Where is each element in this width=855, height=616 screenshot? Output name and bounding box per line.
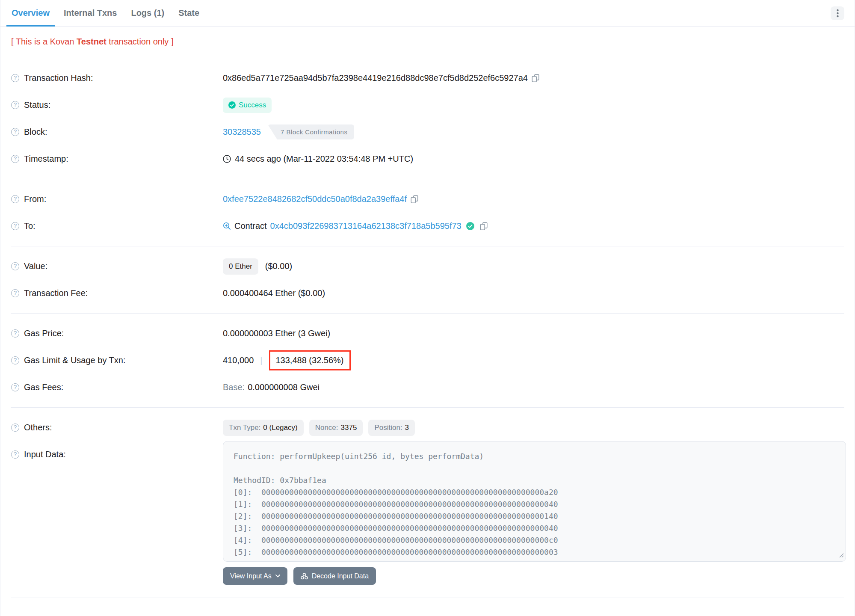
help-icon[interactable]: ? <box>11 222 19 230</box>
input-data-textarea[interactable]: Function: performUpkeep(uint256 id, byte… <box>223 441 846 562</box>
warning-bold: Testnet <box>77 37 107 46</box>
decode-input-data-button[interactable]: Decode Input Data <box>293 567 376 585</box>
testnet-warning: [ This is a Kovan Testnet transaction on… <box>0 27 855 58</box>
group-gas: ? Gas Price: 0.000000003 Ether (3 Gwei) … <box>0 314 855 407</box>
input-data-label: Input Data: <box>24 450 66 459</box>
gas-price-label: Gas Price: <box>24 329 64 338</box>
usd-value: ($0.00) <box>265 261 292 271</box>
highlight-box: 133,488 (32.56%) <box>269 350 351 370</box>
input-function-line: Function: performUpkeep(uint256 id, byte… <box>234 450 835 462</box>
verified-check-icon <box>466 222 474 230</box>
copy-icon[interactable] <box>480 222 488 231</box>
block-confirmations-badge: 7 Block Confirmations <box>268 124 354 139</box>
status-badge: Success <box>223 98 272 113</box>
from-address-link[interactable]: 0xfee7522e8482682cf50ddc50a0f8da2a39effa… <box>223 194 407 204</box>
help-icon[interactable]: ? <box>11 424 19 432</box>
row-value: ? Value: 0 Ether ($0.00) <box>11 253 844 280</box>
position-key: Position: <box>374 424 402 432</box>
row-to: ? To: Contract 0x4cb093f226983713164a621… <box>11 213 844 240</box>
timestamp-value: 44 secs ago (Mar-11-2022 03:54:48 PM +UT… <box>235 154 413 164</box>
transaction-hash-value: 0x86ed5a771e725aa94d5b7fa2398e4419e216d8… <box>223 73 528 83</box>
gas-usage-value: 133,488 (32.56%) <box>276 355 344 365</box>
to-address-link[interactable]: 0x4cb093f226983713164a62138c3f718a5b595f… <box>270 221 462 231</box>
view-input-as-button[interactable]: View Input As <box>223 567 287 585</box>
help-icon[interactable]: ? <box>11 195 19 203</box>
value-label: Value: <box>24 261 47 271</box>
copy-icon[interactable] <box>532 74 539 83</box>
gas-price-value: 0.000000003 Ether (3 Gwei) <box>223 329 330 338</box>
timestamp-label: Timestamp: <box>24 154 68 164</box>
input-param-line: [1]: 00000000000000000000000000000000000… <box>234 498 835 510</box>
row-input-data: ? Input Data: Function: performUpkeep(ui… <box>11 441 844 585</box>
warning-prefix: [ This is a Kovan <box>11 37 77 46</box>
tab-state[interactable]: State <box>173 0 204 26</box>
input-methodid-line: MethodID: 0x7bbaf1ea <box>234 474 835 486</box>
decode-label: Decode Input Data <box>312 572 369 580</box>
decode-icon <box>301 573 308 580</box>
row-transaction-hash: ? Transaction Hash: 0x86ed5a771e725aa94d… <box>11 65 844 92</box>
block-label: Block: <box>24 127 47 137</box>
input-actions: View Input As Decode Input Data <box>223 567 846 585</box>
input-param-line: [5]: 00000000000000000000000000000000000… <box>234 546 835 558</box>
base-fee-label: Base: <box>223 382 245 392</box>
chevron-down-icon <box>275 575 280 578</box>
group-value: ? Value: 0 Ether ($0.00) ? Transaction F… <box>0 246 855 313</box>
kebab-icon <box>837 9 839 18</box>
help-icon[interactable]: ? <box>11 74 19 82</box>
copy-icon[interactable] <box>411 195 418 204</box>
status-text: Success <box>239 101 266 110</box>
help-icon[interactable]: ? <box>11 356 19 364</box>
row-transaction-fee: ? Transaction Fee: 0.000400464 Ether ($0… <box>11 280 844 307</box>
group-others-input: ? Others: Txn Type:0 (Legacy) Nonce:3375… <box>0 408 855 591</box>
help-icon[interactable]: ? <box>11 101 19 109</box>
magnifier-plus-icon[interactable] <box>223 222 231 230</box>
row-others: ? Others: Txn Type:0 (Legacy) Nonce:3375… <box>11 414 844 441</box>
help-icon[interactable]: ? <box>11 329 19 338</box>
help-icon[interactable]: ? <box>11 262 19 270</box>
tab-internal-txns[interactable]: Internal Txns <box>59 0 122 26</box>
view-input-as-label: View Input As <box>230 572 272 580</box>
group-addresses: ? From: 0xfee7522e8482682cf50ddc50a0f8da… <box>0 179 855 246</box>
txn-type-key: Txn Type: <box>229 424 260 432</box>
input-blank-line <box>234 462 835 474</box>
gas-fees-label: Gas Fees: <box>24 382 63 392</box>
warning-suffix: transaction only ] <box>107 37 174 46</box>
ether-value-badge: 0 Ether <box>223 258 258 275</box>
row-gas-limit-usage: ? Gas Limit & Usage by Txn: 410,000 | 13… <box>11 347 844 374</box>
gas-limit-label: Gas Limit & Usage by Txn: <box>24 355 126 365</box>
input-param-line: [2]: 00000000000000000000000000000000000… <box>234 510 835 522</box>
help-icon[interactable]: ? <box>11 383 19 391</box>
txn-type-badge: Txn Type:0 (Legacy) <box>223 420 304 436</box>
position-value: 3 <box>405 424 409 432</box>
nonce-value: 3375 <box>341 424 357 432</box>
transaction-fee-label: Transaction Fee: <box>24 288 88 298</box>
txn-type-value: 0 (Legacy) <box>263 424 297 432</box>
more-options-button[interactable] <box>831 6 844 20</box>
help-icon[interactable]: ? <box>11 450 19 459</box>
block-number-link[interactable]: 30328535 <box>223 127 261 137</box>
resize-handle[interactable] <box>839 551 844 560</box>
help-icon[interactable]: ? <box>11 289 19 297</box>
input-param-line: [4]: 00000000000000000000000000000000000… <box>234 534 835 546</box>
help-icon[interactable]: ? <box>11 128 19 136</box>
check-circle-icon <box>228 101 236 109</box>
base-fee-value: 0.000000008 Gwei <box>248 382 320 392</box>
group-basic: ? Transaction Hash: 0x86ed5a771e725aa94d… <box>0 58 855 179</box>
help-icon[interactable]: ? <box>11 155 19 163</box>
tab-bar: Overview Internal Txns Logs (1) State <box>0 0 855 27</box>
row-gas-fees: ? Gas Fees: Base: 0.000000008 Gwei <box>11 374 844 401</box>
tab-overview[interactable]: Overview <box>6 0 55 26</box>
tab-logs[interactable]: Logs (1) <box>126 0 169 26</box>
input-param-line: [3]: 00000000000000000000000000000000000… <box>234 522 835 534</box>
transaction-hash-label: Transaction Hash: <box>24 73 93 83</box>
row-block: ? Block: 30328535 7 Block Confirmations <box>11 118 844 145</box>
row-gas-price: ? Gas Price: 0.000000003 Ether (3 Gwei) <box>11 320 844 347</box>
status-label: Status: <box>24 100 50 110</box>
row-timestamp: ? Timestamp: 44 secs ago (Mar-11-2022 03… <box>11 145 844 172</box>
from-label: From: <box>24 194 46 204</box>
row-status: ? Status: Success <box>11 92 844 118</box>
position-badge: Position:3 <box>368 420 415 436</box>
gas-separator: | <box>260 355 262 365</box>
divider <box>11 598 844 598</box>
gas-limit-value: 410,000 <box>223 355 254 365</box>
